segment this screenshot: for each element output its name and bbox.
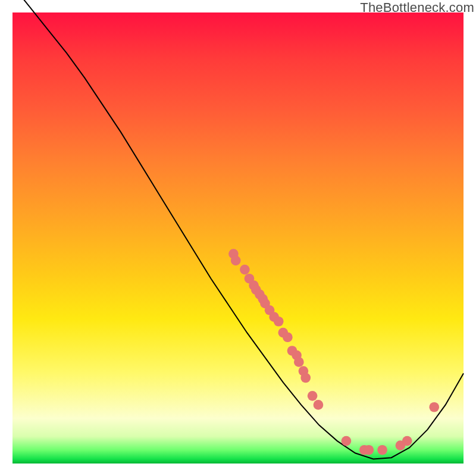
- data-point: [308, 391, 318, 401]
- watermark-text: TheBottleneck.com: [360, 0, 474, 15]
- data-point: [240, 265, 250, 275]
- data-point: [314, 400, 324, 410]
- data-point: [294, 357, 304, 367]
- chart-svg: [12, 12, 464, 464]
- data-point: [283, 332, 293, 342]
- data-point: [364, 445, 374, 455]
- curve-layer: [12, 0, 464, 459]
- data-point: [342, 436, 352, 446]
- bottleneck-curve: [12, 0, 464, 459]
- data-point: [274, 317, 284, 327]
- data-point: [231, 256, 241, 266]
- data-point: [377, 445, 387, 455]
- data-point: [429, 402, 439, 412]
- points-layer: [228, 249, 439, 455]
- chart-container: TheBottleneck.com: [0, 0, 476, 476]
- data-point: [300, 373, 311, 383]
- data-point: [402, 436, 412, 446]
